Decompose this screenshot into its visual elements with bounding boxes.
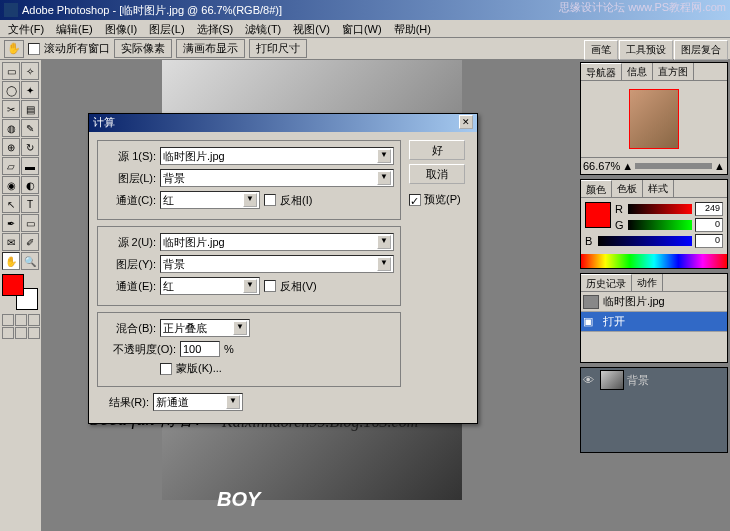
mode-standard[interactable] — [2, 314, 14, 326]
history-snapshot[interactable]: 临时图片.jpg — [581, 292, 727, 312]
lasso-tool[interactable]: ◯ — [2, 81, 20, 99]
zoom-in-icon[interactable]: ▲ — [714, 160, 725, 172]
pen-tool[interactable]: ✒ — [2, 214, 20, 232]
fit-screen-button[interactable]: 满画布显示 — [176, 39, 245, 58]
dodge-tool[interactable]: ◐ — [21, 176, 39, 194]
scroll-all-label: 滚动所有窗口 — [44, 41, 110, 56]
mode-screen[interactable] — [28, 314, 40, 326]
eraser-tool[interactable]: ▱ — [2, 157, 20, 175]
menu-help[interactable]: 帮助(H) — [388, 20, 437, 37]
move-tool[interactable]: ✧ — [21, 62, 39, 80]
zoom-tool[interactable]: 🔍 — [21, 252, 39, 270]
src1-invert-label: 反相(I) — [280, 193, 312, 208]
result-select[interactable]: 新通道▼ — [153, 393, 243, 411]
tab-history[interactable]: 历史记录 — [581, 274, 632, 291]
foreground-color[interactable] — [2, 274, 24, 296]
calculations-dialog: 计算 ✕ 源 1(S): 临时图片.jpg▼ 图层(L): 背景▼ 通道(C):… — [88, 113, 478, 424]
history-brush-tool[interactable]: ↻ — [21, 138, 39, 156]
preview-checkbox[interactable]: ✓ — [409, 194, 421, 206]
mode-quickmask[interactable] — [15, 314, 27, 326]
ok-button[interactable]: 好 — [409, 140, 465, 160]
print-size-button[interactable]: 打印尺寸 — [249, 39, 307, 58]
eyedropper-tool[interactable]: ✐ — [21, 233, 39, 251]
hand-tool-icon[interactable]: ✋ — [4, 40, 24, 58]
r-slider[interactable] — [628, 204, 692, 214]
menu-select[interactable]: 选择(S) — [191, 20, 240, 37]
close-icon[interactable]: ✕ — [459, 115, 473, 129]
history-step[interactable]: ▣ 打开 — [581, 312, 727, 332]
tab-navigator[interactable]: 导航器 — [581, 63, 622, 80]
scroll-all-checkbox[interactable] — [28, 43, 40, 55]
blend-select[interactable]: 正片叠底▼ — [160, 319, 250, 337]
notes-tool[interactable]: ✉ — [2, 233, 20, 251]
tab-styles[interactable]: 样式 — [643, 180, 674, 197]
toolbox: ▭✧ ◯✦ ✂▤ ◍✎ ⊕↻ ▱▬ ◉◐ ↖T ✒▭ ✉✐ ✋🔍 — [0, 60, 42, 531]
b-label: B — [585, 235, 595, 247]
menu-filter[interactable]: 滤镜(T) — [239, 20, 287, 37]
tab-info[interactable]: 信息 — [622, 63, 653, 80]
path-tool[interactable]: ↖ — [2, 195, 20, 213]
menu-file[interactable]: 文件(F) — [2, 20, 50, 37]
blur-tool[interactable]: ◉ — [2, 176, 20, 194]
src2-layer-select[interactable]: 背景▼ — [160, 255, 394, 273]
src2-channel-select[interactable]: 红▼ — [160, 277, 260, 295]
layer-name[interactable]: 背景 — [627, 373, 649, 388]
tab-histogram[interactable]: 直方图 — [653, 63, 694, 80]
tab-brushes[interactable]: 画笔 — [584, 40, 618, 60]
src1-select[interactable]: 临时图片.jpg▼ — [160, 147, 394, 165]
menu-image[interactable]: 图像(I) — [99, 20, 143, 37]
canvas-area[interactable]: Good fun 博客: Kaixinhaoren99.Blog.163.com… — [42, 60, 578, 531]
heal-tool[interactable]: ◍ — [2, 119, 20, 137]
src1-layer-select[interactable]: 背景▼ — [160, 169, 394, 187]
hand-tool[interactable]: ✋ — [2, 252, 20, 270]
actual-pixels-button[interactable]: 实际像素 — [114, 39, 172, 58]
crop-tool[interactable]: ✂ — [2, 100, 20, 118]
stamp-tool[interactable]: ⊕ — [2, 138, 20, 156]
g-slider[interactable] — [628, 220, 692, 230]
snapshot-icon — [583, 295, 599, 309]
b-slider[interactable] — [598, 236, 692, 246]
marquee-tool[interactable]: ▭ — [2, 62, 20, 80]
screen-2[interactable] — [15, 327, 27, 339]
layer-thumbnail[interactable] — [600, 370, 624, 390]
shape-tool[interactable]: ▭ — [21, 214, 39, 232]
menu-view[interactable]: 视图(V) — [287, 20, 336, 37]
history-panel: 历史记录 动作 临时图片.jpg ▣ 打开 — [580, 273, 728, 363]
tab-color[interactable]: 颜色 — [581, 180, 612, 197]
mask-checkbox[interactable] — [160, 363, 172, 375]
tab-layer-comps[interactable]: 图层复合 — [674, 40, 728, 60]
src1-channel-select[interactable]: 红▼ — [160, 191, 260, 209]
layer-row[interactable]: 👁 背景 — [581, 368, 727, 392]
menu-edit[interactable]: 编辑(E) — [50, 20, 99, 37]
tab-actions[interactable]: 动作 — [632, 274, 663, 291]
gradient-tool[interactable]: ▬ — [21, 157, 39, 175]
r-value[interactable]: 249 — [695, 202, 723, 216]
src2-layer-label: 图层(Y): — [104, 257, 156, 272]
zoom-slider[interactable] — [635, 163, 712, 169]
dialog-title: 计算 — [93, 115, 115, 131]
navigator-thumbnail[interactable] — [629, 89, 679, 149]
eye-icon[interactable]: 👁 — [583, 374, 597, 386]
cancel-button[interactable]: 取消 — [409, 164, 465, 184]
type-tool[interactable]: T — [21, 195, 39, 213]
color-preview[interactable] — [585, 202, 611, 228]
g-value[interactable]: 0 — [695, 218, 723, 232]
src1-invert-checkbox[interactable] — [264, 194, 276, 206]
color-swatch[interactable] — [2, 274, 38, 310]
screen-1[interactable] — [2, 327, 14, 339]
src2-select[interactable]: 临时图片.jpg▼ — [160, 233, 394, 251]
menu-window[interactable]: 窗口(W) — [336, 20, 388, 37]
tab-tool-presets[interactable]: 工具预设 — [619, 40, 673, 60]
zoom-value[interactable]: 66.67% — [583, 160, 620, 172]
tab-swatches[interactable]: 色板 — [612, 180, 643, 197]
screen-3[interactable] — [28, 327, 40, 339]
opacity-input[interactable] — [180, 341, 220, 357]
spectrum-bar[interactable] — [581, 254, 727, 268]
brush-tool[interactable]: ✎ — [21, 119, 39, 137]
b-value[interactable]: 0 — [695, 234, 723, 248]
menu-layer[interactable]: 图层(L) — [143, 20, 190, 37]
src2-invert-checkbox[interactable] — [264, 280, 276, 292]
wand-tool[interactable]: ✦ — [21, 81, 39, 99]
slice-tool[interactable]: ▤ — [21, 100, 39, 118]
zoom-out-icon[interactable]: ▲ — [622, 160, 633, 172]
